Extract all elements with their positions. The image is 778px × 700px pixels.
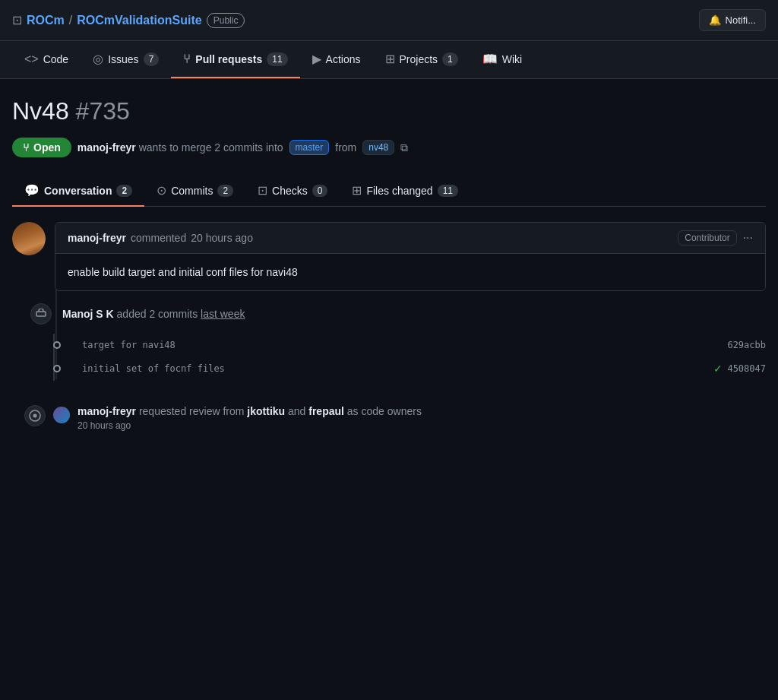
comment-time: 20 hours ago [191, 232, 253, 244]
pr-tab-conversation[interactable]: 💬 Conversation 2 [12, 176, 144, 207]
review-actor[interactable]: manoj-freyr [77, 405, 136, 417]
commit-hash-2[interactable]: 4508047 [727, 363, 766, 374]
files-changed-icon: ⊞ [352, 183, 362, 198]
pr-status-icon: ⑂ [23, 141, 29, 154]
pr-number: #735 [76, 97, 130, 125]
conversation-icon: 💬 [24, 183, 40, 198]
reviewer-1[interactable]: jkottiku [247, 405, 285, 417]
pr-author[interactable]: manoj-freyr [77, 141, 136, 154]
pr-icon: ⑂ [183, 52, 191, 66]
pr-meta-text: manoj-freyr wants to merge 2 commits int… [77, 141, 283, 154]
actions-icon: ▶ [312, 52, 321, 66]
more-options-icon[interactable]: ··· [743, 231, 753, 245]
comment-box: manoj-freyr commented 20 hours ago Contr… [55, 222, 766, 291]
repo-title: ⊡ ROCm / ROCmValidationSuite Public [12, 13, 245, 28]
pr-meta: ⑂ Open manoj-freyr wants to merge 2 comm… [12, 138, 766, 157]
commit-check-icon: ✓ [713, 363, 723, 375]
tab-projects[interactable]: ⊞ Projects 1 [373, 41, 470, 78]
public-badge: Public [207, 13, 245, 28]
conversation-label: Conversation [44, 185, 112, 197]
contributor-badge: Contributor [678, 230, 736, 245]
commenter-avatar [12, 222, 46, 255]
review-avatar-small [53, 407, 70, 423]
commits-badge: 2 [217, 185, 233, 197]
commits-header-text: Manoj S K added 2 commits last week [62, 308, 245, 320]
avatar-image [12, 222, 46, 255]
svg-rect-0 [36, 312, 46, 316]
commits-label: Commits [171, 185, 213, 197]
checks-badge: 0 [312, 185, 328, 197]
pr-tab-commits[interactable]: ⊙ Commits 2 [144, 176, 245, 207]
tab-issues[interactable]: ◎ Issues 7 [81, 41, 171, 78]
commit-message-2: initial set of focnf files [73, 363, 713, 374]
commenter-name[interactable]: manoj-freyr [68, 232, 126, 244]
tab-code[interactable]: <> Code [12, 42, 81, 78]
commits-timeline-section: Manoj S K added 2 commits last week targ… [12, 303, 766, 440]
files-changed-label: Files changed [366, 185, 432, 197]
files-changed-badge: 11 [438, 185, 458, 197]
comment-header-right: Contributor ··· [678, 230, 753, 245]
tab-pull-requests[interactable]: ⑂ Pull requests 11 [171, 42, 299, 78]
review-request-block: manoj-freyr requested review from jkotti… [18, 396, 766, 440]
tab-issues-label: Issues [108, 53, 138, 65]
reviewer-2[interactable]: frepaul [308, 405, 344, 417]
head-branch-tag[interactable]: nv48 [362, 140, 394, 155]
pr-tabs: 💬 Conversation 2 ⊙ Commits 2 ⊡ Checks 0 … [12, 176, 766, 207]
comment-block: manoj-freyr commented 20 hours ago Contr… [12, 222, 766, 291]
nav-tabs: <> Code ◎ Issues 7 ⑂ Pull requests 11 ▶ … [0, 41, 778, 79]
commit-message-1: target for navi48 [73, 340, 727, 350]
wiki-icon: 📖 [482, 52, 498, 66]
tab-actions[interactable]: ▶ Actions [300, 41, 373, 78]
repo-icon: ⊡ [12, 13, 22, 27]
commit-row-1: target for navi48 629acbb [61, 334, 766, 356]
pr-badge: 11 [267, 52, 287, 66]
commit-rows: target for navi48 629acbb initial set of… [18, 334, 766, 381]
separator: / [69, 14, 72, 27]
review-request-text: manoj-freyr requested review from jkotti… [77, 405, 422, 431]
tab-pr-label: Pull requests [195, 53, 262, 65]
comment-action: commented [131, 232, 186, 244]
commits-time: last week [201, 308, 245, 320]
open-badge: ⑂ Open [12, 138, 71, 157]
pr-tab-files-changed[interactable]: ⊞ Files changed 11 [340, 176, 470, 207]
svg-point-2 [33, 414, 37, 418]
main-content: Nv48 #735 ⑂ Open manoj-freyr wants to me… [0, 79, 778, 458]
code-icon: <> [24, 52, 39, 66]
checks-label: Checks [272, 185, 308, 197]
tab-projects-label: Projects [400, 53, 438, 65]
commit-hash-with-check: ✓ 4508047 [713, 363, 766, 375]
commits-header-icon [30, 303, 52, 325]
pr-tab-checks[interactable]: ⊡ Checks 0 [245, 176, 340, 207]
projects-icon: ⊞ [385, 52, 395, 66]
commit-dot-2 [53, 365, 61, 372]
tab-code-label: Code [43, 53, 68, 65]
commit-timeline-line [53, 334, 55, 381]
comment-header: manoj-freyr commented 20 hours ago Contr… [55, 223, 765, 254]
projects-badge: 1 [442, 52, 458, 66]
issues-icon: ◎ [93, 52, 103, 66]
review-time: 20 hours ago [77, 420, 422, 431]
repo-name-link[interactable]: ROCmValidationSuite [77, 14, 201, 27]
commits-header: Manoj S K added 2 commits last week [30, 303, 766, 325]
tab-wiki[interactable]: 📖 Wiki [470, 41, 534, 78]
commits-author: Manoj S K [62, 308, 114, 320]
base-branch-tag[interactable]: master [289, 140, 330, 155]
conversation-badge: 2 [116, 185, 132, 197]
commit-hash-1[interactable]: 629acbb [727, 340, 766, 350]
bell-icon: 🔔 [709, 14, 721, 26]
tab-wiki-label: Wiki [502, 53, 522, 65]
tab-actions-label: Actions [326, 53, 361, 65]
issues-badge: 7 [144, 52, 160, 66]
review-request-icon [24, 405, 46, 426]
top-bar: ⊡ ROCm / ROCmValidationSuite Public 🔔 No… [0, 0, 778, 41]
comment-header-left: manoj-freyr commented 20 hours ago [68, 232, 253, 244]
commit-dot-1 [53, 341, 61, 349]
notif-button[interactable]: 🔔 Notifi... [699, 9, 766, 31]
pr-title: Nv48 #735 [12, 97, 766, 125]
repo-org-link[interactable]: ROCm [27, 14, 65, 27]
timeline: manoj-freyr commented 20 hours ago Contr… [12, 222, 766, 440]
copy-icon[interactable]: ⧉ [400, 141, 408, 154]
commits-icon: ⊙ [157, 183, 166, 198]
comment-body: enable build target and initial conf fil… [55, 254, 765, 290]
commit-row-2: initial set of focnf files ✓ 4508047 [61, 356, 766, 381]
